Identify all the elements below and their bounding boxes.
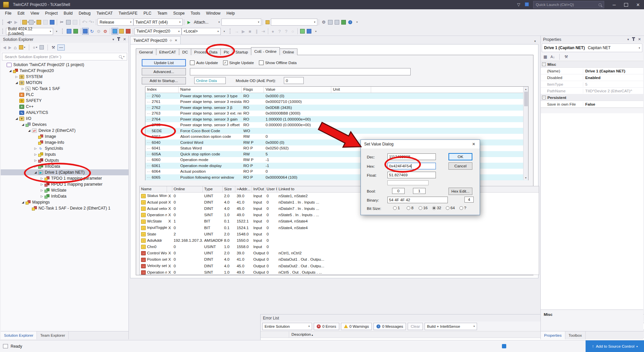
side-tab-toolbox[interactable]: Toolbox	[565, 331, 586, 339]
expander-expanded-icon[interactable]: ◢	[14, 117, 19, 120]
window-position-icon[interactable]: ▾	[113, 38, 114, 41]
solution-explorer-header[interactable]: Solution Explorer ▾ ✕	[1, 36, 128, 43]
step-over-icon[interactable]: ⇥	[260, 28, 267, 35]
var-column-header-x[interactable]	[167, 186, 172, 192]
document-tab[interactable]: TwinCAT Project20 ⊹ ✕	[130, 36, 181, 44]
checkbox-single-update[interactable]: ✓Single Update	[223, 60, 254, 65]
tree-item-infodata[interactable]: ▷InfoData	[1, 163, 128, 169]
coe-column-header-flags[interactable]: Flags	[242, 87, 264, 93]
var-row-position-set-point[interactable]: →Position set-pointX0DINT4.041.0Output0n…	[140, 256, 539, 263]
add-to-startup-button[interactable]: Add to Startup...	[142, 77, 186, 84]
tree-item-twincat-project20[interactable]: ◢TwinCAT Project20	[1, 68, 128, 74]
bit-size-radio-q[interactable]: ?	[459, 206, 466, 210]
coe-filter-input[interactable]	[190, 68, 411, 75]
tab-pin-icon[interactable]: ⊹	[170, 39, 172, 42]
settings-gear-icon[interactable]: ⚙	[320, 19, 327, 26]
close-button[interactable]: ✕	[632, 0, 644, 9]
coe-row-2764[interactable]: 2764Power stage temp. sensor 3 gainRO1.0…	[145, 116, 528, 122]
tab-general[interactable]: General	[136, 48, 156, 55]
property-row-disabled[interactable]: DisabledEnabled	[541, 74, 643, 81]
tree-item-safety[interactable]: ⚙SAFETY	[1, 98, 128, 104]
var-row-wcstate[interactable]: →WcStateX1BIT0.11522.1Input0nState4, nSt…	[140, 218, 539, 224]
pin-icon[interactable]	[118, 38, 119, 41]
toolbar2-options-icon[interactable]: ▾	[312, 28, 319, 35]
var-row-operation-mode[interactable]: →Operation modeX0SINT1.049.0Output0nCtrl…	[140, 269, 539, 275]
tc-green-icon[interactable]	[72, 28, 79, 35]
bit-size-radio-16[interactable]: 16	[419, 206, 428, 210]
clear-button[interactable]: Clear	[408, 323, 423, 330]
error-column-icon[interactable]	[261, 331, 289, 338]
checkbox-show-offline-data[interactable]: Show Offline Data	[259, 60, 297, 65]
tree-item-outputs[interactable]: ▷Outputs	[1, 157, 128, 163]
tab-coe-online[interactable]: CoE - Online	[251, 47, 280, 55]
menu-scope[interactable]: Scope	[170, 10, 188, 17]
properties-object-combo[interactable]: Drive 1 (Capitan NET) Capitan NET ▾	[542, 44, 642, 52]
window-position-icon[interactable]: ▾	[627, 38, 629, 41]
expander-expanded-icon[interactable]: ◢	[8, 69, 13, 72]
property-value[interactable]: Drive 1 (Capitan NET)	[583, 69, 643, 73]
tc-restart-icon[interactable]: ⚙	[102, 28, 109, 35]
var-column-header-online[interactable]: Online	[172, 186, 203, 192]
scroll-thumb[interactable]	[524, 92, 528, 106]
maximize-button[interactable]	[620, 0, 632, 9]
bit-size-radio-1[interactable]: 1	[393, 206, 400, 210]
find-combo[interactable]: ▾	[271, 19, 317, 26]
quick-launch-input[interactable]: Quick Launch (Ctrl+Q)	[533, 1, 604, 8]
coe-column-header-value[interactable]: Value	[264, 87, 331, 93]
tree-item-system[interactable]: ▷⚙SYSTEM	[1, 74, 128, 80]
se-pending-changes-icon[interactable]: ○▾	[33, 45, 37, 50]
tc-scope-icon[interactable]	[112, 28, 118, 35]
tab-close-icon[interactable]: ✕	[175, 39, 177, 42]
paste-icon[interactable]	[72, 19, 78, 26]
tab-online[interactable]: Online	[280, 48, 297, 55]
add-item-icon[interactable]: ▾	[29, 19, 36, 26]
side-tab-properties[interactable]: Properties	[541, 331, 565, 339]
var-column-header--addr-[interactable]: >Addr...	[235, 186, 252, 192]
tree-item-plc[interactable]: ≡PLC	[1, 92, 128, 98]
debug-target-combo[interactable]: ▾	[221, 19, 261, 26]
errors-filter-button[interactable]: ✕0 Errors	[314, 323, 339, 330]
close-panel-icon[interactable]: ✕	[638, 37, 641, 42]
pause-icon[interactable]: ∥	[253, 28, 260, 35]
coe-row-2761[interactable]: 2761Power stage temp. sensor 3 resistanc…	[145, 99, 528, 105]
expander-collapsed-icon[interactable]: ▷	[33, 147, 38, 150]
checkbox-auto-update[interactable]: Auto Update	[190, 60, 218, 65]
tab-plc[interactable]: Plc	[220, 48, 232, 55]
combo-options-icon[interactable]: ▾	[221, 28, 227, 35]
var-row-adsaddr[interactable]: →AdsAddr192.168.1.207.3.1:1...AMSADDR8.0…	[140, 237, 539, 243]
feedback-filter-icon[interactable]: ▽	[517, 2, 520, 7]
tree-item-syncunits[interactable]: ▷↻SyncUnits	[1, 145, 128, 151]
tab-ethercat[interactable]: EtherCAT	[156, 48, 179, 55]
breakpoint-icon[interactable]: ●	[270, 28, 276, 35]
close-panel-icon[interactable]: ✕	[123, 37, 126, 42]
property-row-pathname[interactable]: PathNameTIID^Device 2 (EtherCAT)^	[541, 88, 643, 94]
build-version-combo[interactable]: Build 4024.12 (Loaded)▾	[6, 28, 53, 35]
tree-item-c[interactable]: +C++	[1, 104, 128, 110]
coe-row-2762[interactable]: 2762Power stage temp. sensor 3 βRO0x0D6B…	[145, 105, 528, 111]
toolbar-options-icon[interactable]: ▾	[354, 19, 360, 26]
cut-icon[interactable]: ✂	[58, 19, 65, 26]
expander-expanded-icon[interactable]: ◢	[20, 201, 26, 204]
help-info-icon[interactable]: i	[347, 19, 354, 26]
tc-config-icon[interactable]	[66, 28, 72, 35]
solution-platform-combo[interactable]: TwinCAT RT (x64)▾	[133, 19, 183, 26]
module-od-input[interactable]: 0	[284, 77, 304, 84]
tree-item-motion[interactable]: ◢⚙MOTION	[1, 80, 128, 86]
property-row--name-[interactable]: (Name)Drive 1 (Capitan NET)	[541, 68, 643, 74]
tree-item-analytics[interactable]: ∿ANALYTICS	[1, 110, 128, 116]
expander-expanded-icon[interactable]: ◢	[27, 129, 32, 132]
expander-collapsed-icon[interactable]: ▷	[39, 183, 44, 186]
scroll-up-icon[interactable]: ▲	[525, 87, 527, 91]
tc-online-icon[interactable]	[299, 28, 306, 35]
menu-help[interactable]: Help	[223, 10, 238, 17]
active-project-combo[interactable]: TwinCAT Project20▾	[134, 28, 182, 35]
property-value[interactable]: Enabled	[583, 75, 643, 80]
se-forward-icon[interactable]: ▶	[8, 45, 11, 50]
bit-size-radio-64[interactable]: 64	[446, 206, 455, 210]
attach-icon[interactable]: ▶	[186, 19, 192, 26]
coe-row-5ede[interactable]: 5EDEForce Coco Boot CodeWO	[145, 128, 528, 134]
var-row-state[interactable]: →State2UINT2.01548.0Input0	[140, 231, 539, 237]
redo-icon[interactable]: ↷▾	[88, 19, 95, 26]
hex-edit-button[interactable]: Hex Edit...	[448, 188, 472, 195]
se-properties-wrench-icon[interactable]: ⚒	[51, 45, 55, 50]
